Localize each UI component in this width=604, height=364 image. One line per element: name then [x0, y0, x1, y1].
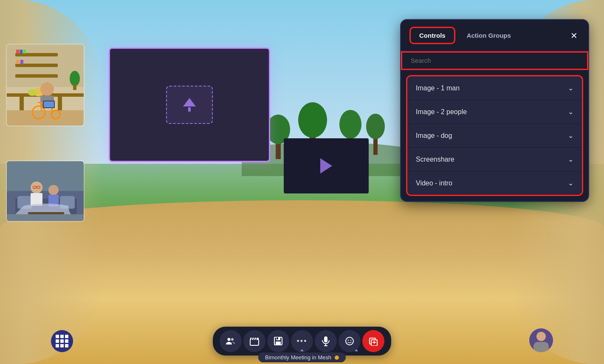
- clapperboard-icon: [249, 336, 260, 346]
- chevron-up-small-icon: [355, 349, 358, 351]
- toolbar-avatar-btn[interactable]: [220, 330, 242, 352]
- svg-point-8: [366, 114, 385, 139]
- svg-rect-41: [77, 193, 85, 216]
- upload-stem: [188, 107, 191, 112]
- svg-point-69: [350, 340, 351, 341]
- close-panel-button[interactable]: ✕: [568, 30, 580, 42]
- ellipsis-label: •••: [297, 337, 308, 346]
- list-item[interactable]: Screenshare ⌄: [407, 148, 582, 171]
- photo-panel-1: [6, 44, 85, 126]
- upload-area: [166, 86, 213, 124]
- chevron-down-icon: ⌄: [568, 179, 573, 187]
- svg-rect-64: [324, 336, 327, 342]
- toolbar-save-btn[interactable]: [267, 330, 289, 352]
- chevron-down-icon: ⌄: [568, 108, 573, 116]
- svg-point-25: [70, 71, 80, 86]
- presentation-screen: [109, 48, 270, 162]
- toolbar-mic-btn[interactable]: [315, 330, 337, 352]
- toolbar-more-btn[interactable]: •••: [291, 330, 313, 352]
- meeting-status-dot: [335, 356, 339, 360]
- svg-rect-33: [41, 103, 42, 112]
- list-item[interactable]: Image - 1 man ⌄: [407, 76, 582, 100]
- emoji-icon: [345, 336, 354, 346]
- upload-arrow-icon: [183, 98, 196, 106]
- play-icon: [320, 158, 332, 174]
- svg-point-67: [346, 337, 353, 345]
- tab-action-groups-button[interactable]: Action Groups: [459, 27, 519, 44]
- avatar-head: [536, 332, 546, 341]
- floppy-icon: [273, 336, 283, 346]
- svg-rect-40: [7, 193, 15, 216]
- svg-rect-12: [15, 64, 58, 67]
- svg-point-4: [298, 102, 327, 138]
- svg-rect-18: [20, 60, 23, 64]
- controls-tab-highlight: Controls: [409, 27, 455, 44]
- svg-rect-36: [44, 101, 54, 107]
- share-icon: [369, 336, 378, 346]
- bottom-toolbar: •••: [213, 327, 391, 356]
- item-label-image-1-man: Image - 1 man: [416, 84, 460, 92]
- svg-point-54: [231, 338, 234, 341]
- svg-rect-55: [250, 339, 259, 345]
- svg-rect-26: [73, 85, 76, 90]
- controls-tabs: Controls Action Groups: [409, 27, 519, 44]
- svg-point-44: [31, 182, 42, 193]
- svg-rect-15: [20, 50, 23, 53]
- meeting-title: Bimonthly Meeting in Mesh: [265, 354, 331, 361]
- toolbar-emoji-btn[interactable]: [339, 330, 361, 352]
- chevron-down-icon: ⌄: [568, 132, 573, 140]
- chevron-down-icon: ⌄: [568, 84, 573, 92]
- chevron-down-icon: ⌄: [568, 155, 573, 163]
- toolbar-clapperboard-btn[interactable]: [243, 330, 265, 352]
- search-input[interactable]: [411, 57, 579, 64]
- photo-panel-2: [6, 160, 85, 222]
- avatar-portrait: [529, 328, 553, 352]
- avatar-body: [533, 342, 549, 352]
- app-grid-button[interactable]: [51, 330, 73, 352]
- tab-controls-button[interactable]: Controls: [412, 29, 453, 42]
- svg-point-46: [48, 185, 59, 195]
- list-item[interactable]: Image - dog ⌄: [407, 124, 582, 148]
- microphone-icon: [321, 336, 330, 346]
- svg-rect-63: [276, 342, 281, 344]
- svg-rect-11: [15, 53, 58, 56]
- people-icon: [226, 336, 236, 346]
- video-thumbnail: [284, 138, 369, 193]
- item-label-image-dog: Image - dog: [416, 132, 452, 140]
- svg-rect-17: [16, 60, 20, 64]
- meeting-badge: Bimonthly Meeting in Mesh: [258, 353, 346, 362]
- item-label-screenshare: Screenshare: [416, 156, 454, 163]
- controls-panel: Controls Action Groups ✕ Image - 1 man ⌄…: [400, 19, 589, 202]
- svg-rect-13: [15, 74, 58, 78]
- svg-point-28: [40, 82, 54, 96]
- svg-rect-52: [7, 214, 85, 222]
- svg-rect-27: [7, 110, 85, 126]
- svg-rect-51: [28, 212, 64, 214]
- search-bar: [401, 51, 588, 70]
- svg-rect-62: [277, 337, 278, 339]
- toolbar-share-btn[interactable]: [362, 330, 384, 352]
- chevron-up-icon: [300, 349, 304, 351]
- list-item[interactable]: Image - 2 people ⌄: [407, 100, 582, 124]
- svg-rect-16: [23, 50, 26, 53]
- svg-point-6: [339, 110, 361, 139]
- svg-point-24: [28, 89, 37, 96]
- svg-point-68: [348, 340, 349, 341]
- svg-point-53: [228, 338, 231, 341]
- action-items-list: Image - 1 man ⌄ Image - 2 people ⌄ Image…: [406, 75, 583, 196]
- svg-rect-14: [16, 50, 20, 53]
- item-label-image-2-people: Image - 2 people: [416, 108, 467, 116]
- grid-icon: [56, 335, 68, 347]
- user-avatar-btn[interactable]: [529, 328, 553, 352]
- controls-header: Controls Action Groups ✕: [401, 20, 588, 51]
- list-item[interactable]: Video - intro ⌄: [407, 171, 582, 195]
- item-label-video-intro: Video - intro: [416, 179, 452, 187]
